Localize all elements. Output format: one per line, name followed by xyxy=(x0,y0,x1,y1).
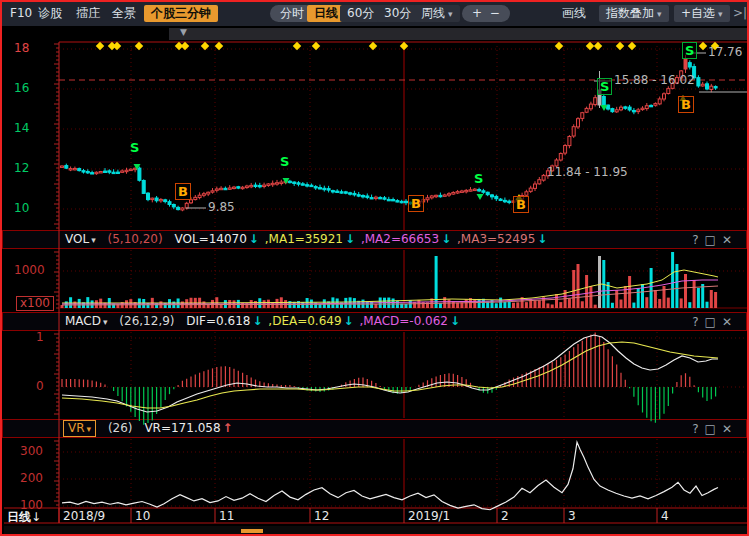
volume-bar xyxy=(301,302,304,308)
candle-body xyxy=(559,154,562,161)
candle-body xyxy=(456,192,459,193)
volume-bar xyxy=(598,256,601,308)
candle-body xyxy=(387,199,390,200)
candle-body xyxy=(353,193,356,194)
event-diamond-icon xyxy=(699,42,707,50)
volume-bar xyxy=(478,299,481,308)
event-diamond-icon xyxy=(555,42,563,50)
volume-bar xyxy=(538,300,541,308)
candle-body xyxy=(478,190,481,191)
candle-body xyxy=(508,201,511,202)
candle-body xyxy=(147,193,150,199)
vr-y-label: 100 xyxy=(20,498,43,512)
volume-bar xyxy=(435,256,438,308)
volume-bar xyxy=(628,276,631,308)
price-annotation: 11.84 - 11.95 xyxy=(547,165,628,179)
candle-body xyxy=(654,104,657,106)
sell-marker: S xyxy=(130,140,139,155)
buy-marker: B xyxy=(678,96,694,113)
candle-body xyxy=(108,171,111,172)
volume-bar xyxy=(675,264,678,308)
volume-bar xyxy=(572,270,575,308)
candle-body xyxy=(538,180,541,184)
candle-body xyxy=(245,186,248,188)
main-y-label: 14 xyxy=(14,121,52,135)
volume-bar xyxy=(559,302,562,308)
candle-body xyxy=(564,146,567,154)
stock-chart-window: F10 诊股 擂庄 全景 个股三分钟 分时 日线 60分 30分 周线▾ + −… xyxy=(0,0,749,536)
volume-bar xyxy=(581,301,584,308)
event-diamond-icon xyxy=(96,42,104,50)
candle-body xyxy=(202,194,205,196)
candle-body xyxy=(663,94,666,99)
candle-body xyxy=(482,191,485,192)
candle-body xyxy=(336,191,339,192)
event-diamond-icon xyxy=(312,42,320,50)
candle-body xyxy=(301,184,304,185)
volume-bar xyxy=(555,294,558,308)
candle-body xyxy=(194,197,197,199)
candle-body xyxy=(581,113,584,119)
candle-body xyxy=(362,196,365,197)
candle-body xyxy=(392,199,395,200)
candle-body xyxy=(628,107,631,110)
event-diamond-icon xyxy=(628,42,636,50)
candle-body xyxy=(426,198,429,200)
volume-bar xyxy=(495,303,498,308)
sell-marker: S xyxy=(280,154,289,169)
volume-bar xyxy=(525,302,528,308)
candle-body xyxy=(473,189,476,190)
volume-bar xyxy=(671,252,674,308)
volume-bar xyxy=(594,305,597,308)
candle-body xyxy=(99,172,102,173)
candle-body xyxy=(374,197,377,198)
candle-body xyxy=(228,188,231,189)
candle-body xyxy=(314,187,317,188)
candle-body xyxy=(465,190,468,191)
volume-bar xyxy=(710,290,713,308)
candle-body xyxy=(650,105,653,106)
x-axis-label: 11 xyxy=(219,509,234,523)
candle-body xyxy=(706,84,709,89)
volume-bar xyxy=(637,288,640,308)
volume-bar xyxy=(276,299,279,308)
candle-body xyxy=(258,185,261,186)
candle-body xyxy=(495,196,498,198)
candle-body xyxy=(73,168,76,169)
x-axis-label: 10 xyxy=(135,509,150,523)
candle-body xyxy=(448,194,451,195)
candle-body xyxy=(349,193,352,194)
macd-y-label: 1 xyxy=(36,330,44,344)
volume-bar xyxy=(331,297,334,308)
volume-bar xyxy=(654,290,657,308)
candle-body xyxy=(276,183,279,184)
candle-body xyxy=(293,182,296,183)
volume-bar xyxy=(684,274,687,308)
volume-bar xyxy=(413,302,416,308)
buy-marker: B xyxy=(513,196,529,213)
buy-marker: B xyxy=(175,183,191,200)
candle-body xyxy=(159,199,162,200)
candle-body xyxy=(331,191,334,192)
candle-body xyxy=(233,187,236,188)
volume-bar xyxy=(499,298,502,308)
main-y-label: 16 xyxy=(14,81,52,95)
candle-body xyxy=(215,189,218,190)
candle-body xyxy=(645,106,648,109)
x-axis-label: 12 xyxy=(314,509,329,523)
candle-body xyxy=(594,98,597,105)
candle-body xyxy=(697,78,700,86)
candle-body xyxy=(310,185,313,186)
candle-body xyxy=(435,195,438,196)
candle-body xyxy=(503,200,506,201)
volume-bar xyxy=(551,304,554,308)
candle-body xyxy=(250,185,253,186)
sell-marker: S xyxy=(682,42,697,59)
candle-body xyxy=(667,89,670,94)
candle-body xyxy=(366,196,369,197)
candle-body xyxy=(370,198,373,199)
event-diamond-icon xyxy=(616,42,624,50)
candle-body xyxy=(95,172,98,173)
candle-body xyxy=(241,187,244,188)
candle-body xyxy=(534,184,537,188)
